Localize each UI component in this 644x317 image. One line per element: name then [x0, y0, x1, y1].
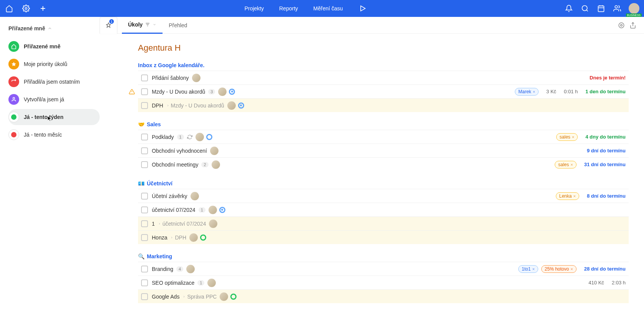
- task-checkbox[interactable]: [141, 193, 148, 200]
- task-row[interactable]: 1účetnictví 07/2024: [138, 216, 629, 230]
- tag[interactable]: 1to1×: [518, 265, 538, 273]
- task-breadcrumb: Správa PPC: [182, 294, 217, 300]
- sidebar-item-created[interactable]: Vytvořil/a jsem já: [8, 91, 100, 107]
- sidebar-item-week[interactable]: Já - tento týden: [8, 109, 100, 125]
- settings-icon[interactable]: [618, 22, 625, 29]
- task-checkbox[interactable]: [141, 88, 148, 95]
- tag[interactable]: sales×: [555, 161, 576, 168]
- status-ring-icon: [230, 294, 237, 300]
- tag[interactable]: 25% hotovo×: [541, 265, 577, 273]
- sidebar-item-month[interactable]: Já - tento měsíc: [8, 127, 100, 143]
- section-header[interactable]: 🔍Marketing: [138, 253, 629, 259]
- assignee-avatar[interactable]: [227, 101, 236, 110]
- task-name: Přidání šablony: [152, 75, 189, 81]
- task-row[interactable]: HonzaDPH: [138, 230, 629, 244]
- calendar-icon[interactable]: [596, 4, 606, 13]
- tag-close-icon[interactable]: ×: [532, 267, 534, 271]
- users-icon[interactable]: [613, 4, 622, 13]
- tag-close-icon[interactable]: ×: [573, 194, 575, 198]
- plus-icon[interactable]: [38, 4, 48, 13]
- user-avatar[interactable]: BUSINESS: [629, 3, 639, 14]
- pin-tab[interactable]: 1: [100, 17, 117, 34]
- play-icon[interactable]: [358, 4, 367, 13]
- task-checkbox[interactable]: [141, 102, 148, 109]
- task-row[interactable]: Obchodní meetingy2sales×31 dní do termín…: [138, 157, 629, 171]
- assignee-avatar[interactable]: [210, 147, 219, 155]
- assignee-avatar[interactable]: [186, 265, 195, 273]
- tab-prehled[interactable]: Přehled: [163, 17, 193, 34]
- assignee-avatar[interactable]: [192, 74, 200, 82]
- task-checkbox[interactable]: [141, 279, 148, 286]
- task-checkbox[interactable]: [141, 234, 148, 241]
- home-icon[interactable]: [5, 4, 14, 13]
- section-header[interactable]: 🤝Sales: [138, 121, 629, 127]
- task-checkbox[interactable]: [141, 134, 148, 140]
- task-row[interactable]: DPHMzdy - U Dvou akordů: [138, 98, 629, 112]
- nav-reporty[interactable]: Reporty: [279, 5, 298, 12]
- assignee-avatar[interactable]: [207, 279, 216, 287]
- task-time: 2:03 h: [612, 280, 626, 286]
- assignee-avatar[interactable]: [212, 160, 220, 169]
- sidebar-item-assigned[interactable]: Přiřazené mně: [8, 38, 100, 54]
- task-checkbox[interactable]: [141, 220, 148, 227]
- warning-icon: [129, 89, 135, 95]
- bell-icon[interactable]: [564, 4, 573, 13]
- task-breadcrumb: Mzdy - U Dvou akordů: [166, 102, 224, 109]
- task-name: Účetní závěrky: [152, 193, 187, 199]
- task-checkbox[interactable]: [141, 266, 148, 272]
- assignee-avatar[interactable]: [209, 220, 217, 228]
- chevron-down-icon: [153, 23, 156, 26]
- task-checkbox[interactable]: [141, 206, 148, 213]
- task-checkbox[interactable]: [141, 293, 148, 300]
- tag[interactable]: sales×: [556, 133, 578, 141]
- tag-close-icon[interactable]: ×: [570, 162, 573, 167]
- task-row[interactable]: Branding41to1×25% hotovo×28 dní do termí…: [138, 262, 629, 276]
- section-header[interactable]: 💶Účetnictví: [138, 180, 629, 187]
- tag[interactable]: Marek×: [515, 88, 539, 96]
- tag-close-icon[interactable]: ×: [570, 267, 573, 271]
- sidebar-header[interactable]: Přiřazené mně: [8, 25, 100, 31]
- task-name: Podklady: [152, 134, 174, 140]
- task-checkbox[interactable]: [141, 161, 148, 168]
- sidebar-item-priorities[interactable]: Moje priority úkolů: [8, 56, 100, 72]
- task-checkbox[interactable]: [141, 147, 148, 154]
- tag[interactable]: Lenka×: [556, 192, 579, 200]
- task-row[interactable]: Obchodní vyhodnocení9 dní do termínu: [138, 144, 629, 157]
- assignee-avatar[interactable]: [189, 233, 198, 242]
- svg-point-4: [582, 6, 587, 11]
- share-icon[interactable]: [629, 22, 636, 29]
- sidebar-item-label: Přiřadil/a jsem ostatním: [24, 79, 80, 85]
- repeat-icon: [187, 134, 192, 140]
- task-name: SEO optimalizace: [152, 280, 194, 286]
- task-due: Dnes je termín!: [590, 75, 626, 81]
- task-row[interactable]: SEO optimalizace1410 Kč2:03 h: [138, 276, 629, 289]
- task-row[interactable]: Účetní závěrkyLenka×8 dní do termínu: [138, 189, 629, 203]
- assignee-avatar[interactable]: [209, 206, 217, 214]
- svg-marker-3: [361, 6, 365, 11]
- nav-projekty[interactable]: Projekty: [245, 5, 264, 12]
- assignee-avatar[interactable]: [191, 192, 199, 200]
- section-header[interactable]: Inbox z Google kalendáře.: [138, 62, 629, 68]
- gear-icon[interactable]: [21, 4, 31, 13]
- task-row[interactable]: Google AdsSpráva PPC: [138, 289, 629, 303]
- nav-mereni[interactable]: Měření času: [313, 5, 343, 12]
- assignee-avatar[interactable]: [220, 292, 228, 301]
- svg-point-0: [25, 8, 27, 10]
- search-icon[interactable]: [580, 4, 590, 13]
- tag-close-icon[interactable]: ×: [572, 135, 574, 139]
- assignee-avatar[interactable]: [218, 88, 227, 96]
- task-cost: 410 Kč: [588, 280, 604, 286]
- task-row[interactable]: Přidání šablonyDnes je termín!: [138, 71, 629, 84]
- assignee-avatar[interactable]: [196, 133, 204, 141]
- sidebar-item-delegated[interactable]: Přiřadil/a jsem ostatním: [8, 74, 100, 90]
- task-row[interactable]: účetnictví 07/20241: [138, 203, 629, 216]
- task-name: účetnictví 07/2024: [152, 207, 196, 213]
- subtask-count: 1: [197, 280, 204, 286]
- task-due: 1 den do termínu: [585, 89, 626, 94]
- tag-close-icon[interactable]: ×: [533, 89, 535, 94]
- task-row[interactable]: Podklady1sales×4 dny do termínu: [138, 130, 629, 144]
- task-name: Google Ads: [152, 294, 179, 300]
- tab-ukoly[interactable]: Úkoly: [122, 17, 163, 34]
- task-checkbox[interactable]: [141, 74, 148, 81]
- task-row[interactable]: Mzdy - U Dvou akordů3Marek×3 Kč0:01 h1 d…: [138, 84, 629, 98]
